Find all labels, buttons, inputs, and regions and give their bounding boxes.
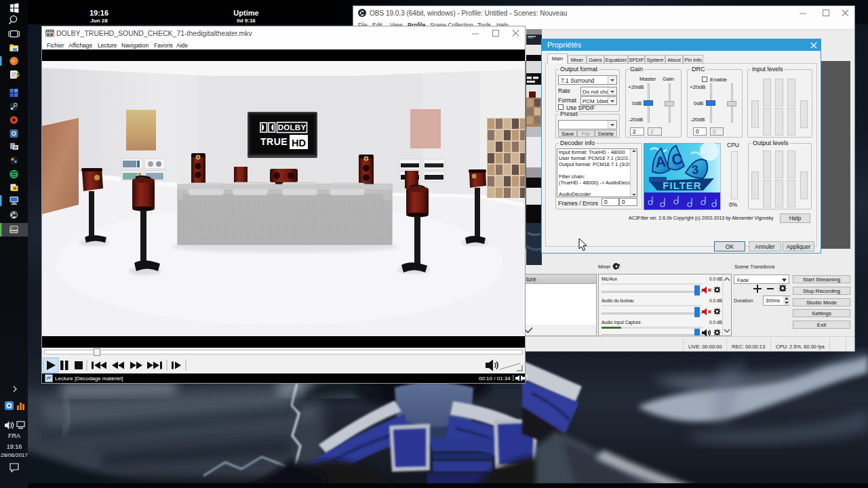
svg-text:A: A bbox=[654, 152, 667, 171]
svg-text:TRUE: TRUE bbox=[260, 136, 288, 147]
svg-text:C: C bbox=[671, 150, 684, 168]
svg-text:DOLBY: DOLBY bbox=[278, 123, 307, 131]
svg-text:HD: HD bbox=[292, 138, 306, 148]
svg-text:28/06/2017: 28/06/2017 bbox=[1, 452, 28, 458]
svg-text:19:16: 19:16 bbox=[7, 443, 22, 450]
svg-text:FILTER: FILTER bbox=[663, 180, 701, 191]
svg-text:FRA: FRA bbox=[8, 432, 20, 439]
